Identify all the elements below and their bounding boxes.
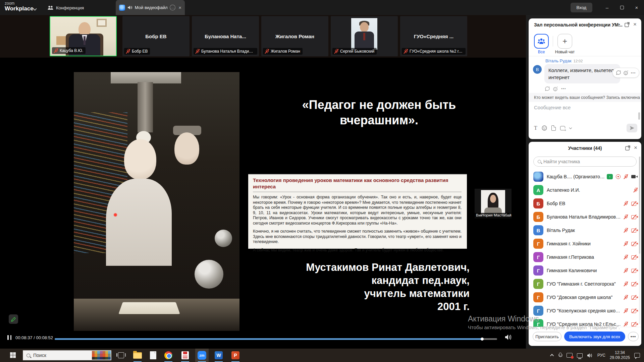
playback-progress-knob[interactable] bbox=[481, 338, 484, 341]
message-more-icon[interactable]: ••• bbox=[561, 86, 566, 92]
taskbar-file-explorer[interactable] bbox=[131, 349, 144, 362]
playback-progress-bar[interactable] bbox=[55, 338, 497, 340]
taskbar-search-box[interactable]: Поиск bbox=[23, 350, 111, 360]
camera-off-icon[interactable] bbox=[631, 201, 638, 206]
camera-off-icon[interactable] bbox=[631, 295, 638, 300]
tray-microphone-icon[interactable] bbox=[558, 353, 562, 358]
mic-muted-icon[interactable] bbox=[633, 187, 638, 193]
camera-off-icon[interactable] bbox=[631, 241, 638, 246]
participant-row[interactable]: В Віталь Рудак bbox=[529, 224, 641, 237]
participants-scrollbar-thumb[interactable] bbox=[639, 157, 640, 254]
add-reaction-icon[interactable] bbox=[553, 86, 558, 92]
tray-volume-icon[interactable] bbox=[587, 353, 593, 358]
taskbar-clock[interactable]: 12:34 29.09.2025 bbox=[610, 350, 630, 360]
window-maximize-button[interactable] bbox=[614, 0, 629, 15]
tray-network-icon[interactable] bbox=[577, 353, 583, 358]
mic-muted-icon[interactable] bbox=[624, 201, 628, 206]
taskbar-chrome[interactable] bbox=[162, 349, 175, 362]
tab-close-icon[interactable]: × bbox=[178, 5, 181, 10]
compose-options-chevron-icon[interactable] bbox=[569, 126, 572, 129]
video-tile-audio-only[interactable]: Бобр ЕВ Бобр ЕВ bbox=[122, 16, 190, 56]
camera-off-icon[interactable] bbox=[631, 215, 638, 220]
workspace-dropdown-chevron-icon[interactable] bbox=[34, 5, 36, 11]
taskbar-powerpoint[interactable]: P bbox=[229, 349, 242, 362]
participant-row[interactable]: Г ГУО "Гимназия г. Светлогорска" bbox=[529, 277, 641, 291]
taskbar-word[interactable]: W bbox=[212, 349, 225, 362]
mic-muted-icon[interactable] bbox=[624, 281, 628, 287]
participants-more-button[interactable]: ••• bbox=[628, 332, 639, 341]
start-button[interactable] bbox=[10, 352, 16, 358]
mic-muted-icon[interactable] bbox=[624, 308, 628, 313]
chat-filter-all-button[interactable] bbox=[534, 34, 549, 49]
window-minimize-button[interactable]: – bbox=[600, 0, 614, 15]
participant-row[interactable]: Б Буланова Наталья Владимировна - ... bbox=[529, 210, 641, 224]
task-view-button[interactable] bbox=[118, 352, 124, 358]
attach-file-icon[interactable] bbox=[551, 125, 556, 131]
mute-all-button[interactable]: Выключить звук для всех bbox=[564, 331, 625, 342]
participant-row-host[interactable]: Кацуба В.... (Организатор, я) ↑ bbox=[529, 170, 641, 183]
notification-center-icon[interactable] bbox=[634, 353, 640, 358]
tab-conference[interactable]: Конференция bbox=[44, 3, 87, 13]
video-tile-audio-only[interactable]: ГУО«Средняя ... ГУО«Средняя школа №2 г.Ж… bbox=[400, 16, 467, 56]
participants-close-icon[interactable]: × bbox=[634, 144, 637, 151]
taskbar-notepad[interactable] bbox=[146, 349, 160, 362]
mic-muted-icon[interactable] bbox=[624, 241, 628, 246]
taskbar-zoom[interactable]: zm bbox=[195, 349, 209, 362]
participants-popout-icon[interactable] bbox=[625, 145, 630, 150]
mic-muted-icon[interactable] bbox=[624, 174, 628, 179]
chat-close-icon[interactable]: × bbox=[633, 21, 637, 28]
mic-muted-icon[interactable] bbox=[624, 228, 628, 233]
chat-message-input[interactable]: Сообщение все bbox=[534, 105, 571, 110]
camera-off-icon[interactable] bbox=[631, 228, 638, 233]
camera-off-icon[interactable] bbox=[631, 268, 638, 273]
tray-expand-icon[interactable] bbox=[550, 354, 554, 358]
camera-on-icon[interactable] bbox=[631, 174, 638, 179]
tray-screen-recording-icon[interactable] bbox=[567, 353, 573, 358]
add-reaction-icon[interactable] bbox=[624, 70, 629, 75]
send-message-button[interactable] bbox=[627, 124, 637, 132]
window-close-button[interactable]: × bbox=[629, 0, 644, 15]
chat-scrollbar-thumb[interactable] bbox=[638, 112, 640, 120]
camera-off-icon[interactable] bbox=[631, 322, 638, 327]
floating-video-thumbnail[interactable]: Виктория Мастабай bbox=[475, 189, 512, 218]
mic-muted-icon[interactable] bbox=[624, 214, 628, 220]
language-indicator[interactable]: РУС bbox=[597, 353, 605, 358]
chat-popout-icon[interactable] bbox=[625, 22, 630, 27]
participants-scrollbar[interactable] bbox=[639, 157, 640, 324]
camera-off-icon[interactable] bbox=[631, 282, 638, 287]
participant-row[interactable]: Г ГУО "Довская средняя школа" bbox=[529, 291, 641, 304]
participant-row[interactable]: Г Гимназия Калинковичи bbox=[529, 264, 641, 277]
message-bubble[interactable]: Коллеги, извините, вылетел интернет bbox=[544, 64, 620, 83]
format-text-icon[interactable]: T bbox=[534, 125, 537, 131]
participant-search-input[interactable]: Найти участника bbox=[533, 157, 637, 167]
message-more-icon[interactable]: ••• bbox=[631, 71, 636, 75]
video-tile-audio-only[interactable]: Буланова Ната... Буланова Наталья Владим… bbox=[192, 16, 259, 56]
video-tile-photo[interactable]: Сергей Быковский bbox=[331, 16, 398, 56]
screenshot-icon[interactable] bbox=[560, 126, 565, 130]
participant-row[interactable]: Г Гимназия г. Хойники bbox=[529, 237, 641, 250]
participant-row[interactable]: Б Бобр ЕВ bbox=[529, 197, 641, 210]
tab-more-icon[interactable]: ... bbox=[170, 5, 175, 10]
search-highlight-image[interactable] bbox=[92, 351, 111, 360]
participant-row[interactable]: Г ГУО "Козелужская средняя школа" bbox=[529, 304, 641, 317]
annotate-button[interactable] bbox=[9, 314, 18, 324]
participant-row[interactable]: А Астапенко И.И. bbox=[529, 183, 641, 197]
reply-icon[interactable] bbox=[616, 70, 621, 75]
mic-muted-icon[interactable] bbox=[624, 321, 628, 327]
video-tile-audio-only[interactable]: Жигалов Роман Жигалов Роман bbox=[261, 16, 328, 56]
invite-button[interactable]: Пригласить bbox=[533, 332, 561, 341]
signin-button[interactable]: Вход bbox=[571, 3, 592, 12]
camera-off-icon[interactable] bbox=[631, 255, 638, 260]
camera-off-icon[interactable] bbox=[631, 308, 638, 313]
emoji-icon[interactable] bbox=[542, 125, 547, 131]
taskbar-recorder[interactable] bbox=[178, 349, 192, 362]
participant-row[interactable]: Г Гимназия г.Петрикова bbox=[529, 250, 641, 264]
pause-button[interactable] bbox=[7, 335, 11, 340]
mic-muted-icon[interactable] bbox=[624, 254, 628, 260]
chat-new-chat-button[interactable]: + bbox=[557, 34, 572, 49]
tab-video-file[interactable]: Мой видеофайл ... × bbox=[116, 0, 185, 15]
mic-muted-icon[interactable] bbox=[624, 295, 628, 300]
volume-icon[interactable] bbox=[504, 334, 513, 341]
video-tile-active-speaker[interactable]: Кацуба В.Ю. bbox=[50, 16, 117, 56]
mic-muted-icon[interactable] bbox=[624, 268, 628, 273]
